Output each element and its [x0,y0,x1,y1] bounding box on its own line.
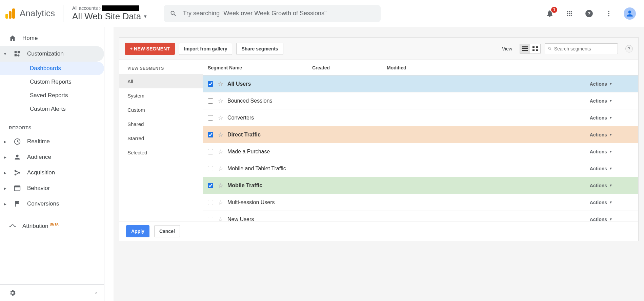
segment-checkbox[interactable] [208,183,213,188]
star-icon[interactable]: ☆ [218,182,223,189]
search-input[interactable] [183,10,375,17]
flag-icon [14,200,21,208]
attribution-icon [9,222,16,230]
reports-section-label: REPORTS [0,116,104,134]
actions-label: Actions [590,166,607,171]
filter-custom[interactable]: Custom [119,103,203,117]
filter-selected[interactable]: Selected [119,145,203,159]
collapse-nav-button[interactable]: ‹ [88,285,104,301]
star-icon[interactable]: ☆ [218,165,223,172]
share-segments-button[interactable]: Share segments [236,43,283,55]
nav-customization[interactable]: ▼ Customization [0,46,104,62]
star-icon[interactable]: ☆ [218,148,223,155]
nav-admin[interactable] [0,285,25,301]
column-created[interactable]: Created [312,65,387,70]
caret-right-icon: ▶ [3,140,7,144]
clock-icon [14,138,21,145]
segment-actions-button[interactable]: Actions▼ [590,217,612,221]
column-segment-name[interactable]: Segment Name [203,65,312,70]
segment-actions-button[interactable]: Actions▼ [590,200,612,205]
segment-row[interactable]: ☆Mobile TrafficActions▼ [203,177,638,194]
segment-checkbox[interactable] [208,132,213,137]
nav-saved-reports[interactable]: Saved Reports [0,89,104,102]
apps-button[interactable] [565,9,574,18]
segment-checkbox[interactable] [208,200,213,205]
segment-actions-button[interactable]: Actions▼ [590,166,612,171]
caret-right-icon: ▶ [3,202,7,206]
segment-actions-button[interactable]: Actions▼ [590,98,612,104]
header-search[interactable] [164,5,381,22]
segment-checkbox[interactable] [208,115,213,121]
segments-help-button[interactable]: ? [625,45,633,52]
segment-row[interactable]: ☆Direct TrafficActions▼ [203,126,638,143]
segment-checkbox[interactable] [208,98,213,104]
nav-custom-reports[interactable]: Custom Reports [0,75,104,89]
view-list-button[interactable] [520,44,530,53]
segment-checkbox[interactable] [208,81,213,87]
import-from-gallery-button[interactable]: Import from gallery [179,43,233,55]
star-icon[interactable]: ☆ [218,80,223,88]
filter-shared[interactable]: Shared [119,117,203,131]
segment-row[interactable]: ☆All UsersActions▼ [203,76,638,92]
nav-attribution[interactable]: AttributionBETA [0,218,104,234]
segment-row[interactable]: ☆New UsersActions▼ [203,211,638,221]
filter-starred[interactable]: Starred [119,131,203,145]
filter-system[interactable]: System [119,88,203,103]
nav-custom-alerts[interactable]: Custom Alerts [0,102,104,116]
nav-realtime[interactable]: ▶ Realtime [0,134,104,149]
nav-dashboards[interactable]: Dashboards [0,62,104,75]
star-icon[interactable]: ☆ [218,114,223,122]
svg-rect-21 [532,49,535,51]
nav-home-label: Home [22,35,38,42]
behavior-icon [14,185,21,192]
segment-row[interactable]: ☆Mobile and Tablet TrafficActions▼ [203,160,638,177]
segment-actions-button[interactable]: Actions▼ [590,81,612,87]
actions-label: Actions [590,149,607,154]
nav-home[interactable]: Home [0,30,104,46]
filter-all[interactable]: All [119,74,203,88]
star-icon[interactable]: ☆ [218,131,223,138]
segment-row[interactable]: ☆Made a PurchaseActions▼ [203,143,638,160]
svg-rect-7 [15,54,17,56]
star-icon[interactable]: ☆ [218,216,223,221]
help-button[interactable]: ? [584,9,594,18]
actions-label: Actions [590,183,607,188]
apps-grid-icon [566,10,573,17]
caret-down-icon: ▼ [143,14,147,19]
user-avatar[interactable] [624,7,636,20]
nav-behavior[interactable]: ▶ Behavior [0,180,104,196]
cancel-button[interactable]: Cancel [154,225,180,237]
nav-acquisition[interactable]: ▶ Acquisition [0,165,104,180]
view-name-dropdown[interactable]: All Web Site Data ▼ [72,11,147,22]
segment-actions-button[interactable]: Actions▼ [590,132,612,137]
header-actions: 1 ? [545,7,636,20]
apply-button[interactable]: Apply [126,225,149,237]
actions-label: Actions [590,200,607,205]
view-grid-button[interactable] [530,44,540,53]
segment-row[interactable]: ☆Multi-session UsersActions▼ [203,194,638,211]
segment-actions-button[interactable]: Actions▼ [590,149,612,154]
star-icon[interactable]: ☆ [218,97,223,105]
segment-row[interactable]: ☆ConvertersActions▼ [203,109,638,126]
segment-actions-button[interactable]: Actions▼ [590,183,612,188]
nav-audience[interactable]: ▶ Audience [0,149,104,165]
segment-row[interactable]: ☆Bounced SessionsActions▼ [203,92,638,109]
star-icon[interactable]: ☆ [218,199,223,206]
account-switcher[interactable]: All accounts › All Web Site Data ▼ [63,5,156,22]
segment-checkbox[interactable] [208,217,213,221]
segments-search-input[interactable] [554,46,615,51]
segments-search[interactable] [545,43,618,54]
segment-checkbox[interactable] [208,149,213,154]
notifications-button[interactable]: 1 [545,9,555,18]
column-modified[interactable]: Modified [387,65,638,70]
nav-behavior-label: Behavior [27,185,50,192]
segment-checkbox[interactable] [208,166,213,171]
person-icon [14,153,21,161]
nav-conversions-label: Conversions [27,200,59,207]
segment-actions-button[interactable]: Actions▼ [590,115,612,121]
view-name-label: All Web Site Data [72,11,141,22]
more-button[interactable] [604,9,613,18]
svg-rect-18 [522,50,528,51]
new-segment-button[interactable]: + NEW SEGMENT [125,43,175,55]
nav-conversions[interactable]: ▶ Conversions [0,196,104,212]
